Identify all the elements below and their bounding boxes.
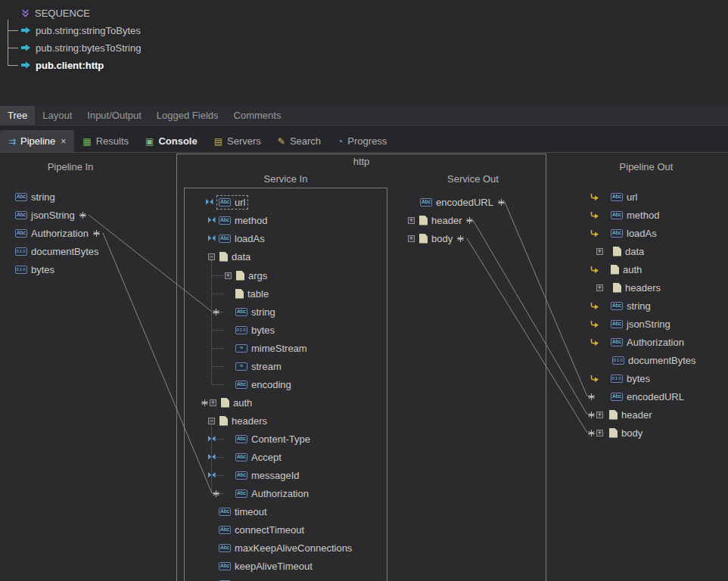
service-out-item-header[interactable]: header bbox=[408, 213, 473, 228]
tab-servers[interactable]: ▤ Servers bbox=[206, 130, 269, 152]
service-in-item-accept[interactable]: Accept bbox=[208, 449, 282, 464]
service-in-item-keepalivetimeout[interactable]: keepAliveTimeout bbox=[219, 558, 313, 573]
expand-plus-icon[interactable] bbox=[210, 399, 216, 406]
service-out-item-body[interactable]: body bbox=[408, 231, 464, 246]
service-in-item-method[interactable]: method bbox=[208, 213, 267, 228]
pipeline-in-item-authorization[interactable]: Authorization bbox=[15, 225, 100, 241]
pipeline-out-item-loadas[interactable]: loadAs bbox=[590, 225, 657, 241]
service-in-item-headers[interactable]: headers bbox=[208, 413, 267, 428]
pipeline-out-item-url[interactable]: url bbox=[590, 189, 637, 204]
service-in-item-loadas[interactable]: loadAs bbox=[208, 231, 265, 246]
tab-label: Servers bbox=[227, 135, 261, 147]
expand-plus-icon[interactable] bbox=[596, 430, 603, 437]
service-in-item-messageid[interactable]: messageId bbox=[208, 468, 300, 483]
service-in-item-string[interactable]: string bbox=[213, 304, 275, 319]
tab-input-output[interactable]: Input/Output bbox=[79, 106, 149, 125]
expand-plus-icon[interactable] bbox=[408, 235, 415, 242]
mapped-marker-icon bbox=[206, 199, 213, 205]
flow-step-bytestostring[interactable]: pub.string:bytesToString bbox=[21, 40, 141, 55]
item-label: connectTimeout bbox=[235, 524, 304, 536]
tab-console[interactable]: ▣ Console bbox=[137, 130, 206, 152]
flow-step-sequence[interactable]: SEQUENCE bbox=[21, 5, 90, 20]
service-title: http bbox=[176, 156, 546, 167]
pipeline-in-item-string[interactable]: string bbox=[15, 189, 55, 204]
bytes-icon bbox=[612, 356, 624, 365]
flow-step-http-selected[interactable]: pub.client:http bbox=[21, 57, 104, 73]
service-in-item-connecttimeout[interactable]: connectTimeout bbox=[219, 522, 304, 537]
pipeline-view: Pipeline In Pipeline Out http Service In… bbox=[0, 153, 728, 581]
expand-plus-icon[interactable] bbox=[408, 217, 415, 224]
service-out-item-encodedurl[interactable]: encodedURL bbox=[420, 194, 505, 210]
string-field-icon bbox=[15, 229, 27, 238]
tab-layout[interactable]: Layout bbox=[35, 106, 79, 125]
service-in-item-data[interactable]: data bbox=[208, 249, 250, 264]
flow-step-stringtobytes[interactable]: pub.string:stringToBytes bbox=[21, 23, 141, 38]
item-label: encodedURL bbox=[627, 391, 684, 402]
pipeline-out-item-bytes[interactable]: bytes bbox=[590, 371, 650, 386]
tab-progress[interactable]: ◔ Progress bbox=[329, 130, 395, 152]
tab-label: Input/Output bbox=[87, 110, 142, 121]
pipeline-out-item-auth[interactable]: auth bbox=[590, 262, 642, 277]
close-icon[interactable]: × bbox=[61, 136, 66, 147]
item-label: headers bbox=[625, 282, 661, 294]
document-icon bbox=[419, 234, 428, 244]
expand-plus-icon[interactable] bbox=[225, 272, 232, 279]
tab-comments[interactable]: Comments bbox=[226, 106, 289, 125]
tab-search[interactable]: ✎ Search bbox=[269, 130, 329, 152]
expand-plus-icon[interactable] bbox=[596, 412, 603, 418]
service-in-item-authorization[interactable]: Authorization bbox=[213, 486, 309, 501]
tab-logged-fields[interactable]: Logged Fields bbox=[149, 106, 226, 125]
service-in-item-args[interactable]: args bbox=[225, 268, 267, 283]
item-label: bytes bbox=[627, 373, 650, 384]
item-label: auth bbox=[233, 397, 252, 409]
invoke-service-icon bbox=[21, 61, 30, 69]
service-in-item-stream[interactable]: stream bbox=[235, 359, 282, 374]
service-in-item-timeout[interactable]: timeout bbox=[219, 504, 267, 519]
tab-label: Search bbox=[290, 135, 321, 147]
mapped-marker-icon bbox=[208, 235, 216, 241]
tree-guide-dotted bbox=[213, 275, 223, 276]
tab-label: Tree bbox=[8, 110, 27, 121]
tab-label: Progress bbox=[347, 135, 387, 147]
service-in-item-maxkeepaliveconnections[interactable]: maxKeepAliveConnections bbox=[219, 540, 352, 555]
service-in-item-bytes[interactable]: bytes bbox=[235, 322, 275, 337]
pipeline-out-item-data[interactable]: data bbox=[596, 244, 644, 259]
service-in-item-table[interactable]: table bbox=[235, 286, 269, 301]
tab-results[interactable]: ▦ Results bbox=[74, 130, 137, 152]
document-icon bbox=[236, 271, 244, 281]
expand-plus-icon[interactable] bbox=[596, 284, 603, 291]
stream-icon bbox=[235, 362, 247, 371]
pipeline-in-item-documentbytes[interactable]: documentBytes bbox=[15, 244, 99, 259]
pipeline-out-item-authorization[interactable]: Authorization bbox=[590, 334, 684, 350]
service-in-item-encoding[interactable]: encoding bbox=[235, 377, 291, 392]
tab-pipeline[interactable]: ⇉ Pipeline × bbox=[0, 130, 74, 152]
pipeline-out-item-string[interactable]: string bbox=[590, 298, 651, 313]
tab-tree[interactable]: Tree bbox=[0, 106, 35, 125]
service-in-item-mimestream[interactable]: mimeStream bbox=[235, 340, 307, 356]
service-in-item-partial[interactable] bbox=[219, 576, 235, 581]
pipeline-out-item-body[interactable]: body bbox=[588, 425, 642, 440]
expand-plus-icon[interactable] bbox=[596, 248, 603, 255]
string-field-icon bbox=[611, 302, 623, 310]
pipeline-out-item-header[interactable]: header bbox=[588, 407, 652, 422]
document-icon bbox=[419, 216, 428, 225]
document-icon bbox=[613, 283, 621, 293]
collapse-minus-icon[interactable] bbox=[208, 418, 215, 424]
pipeline-out-item-documentbytes[interactable]: documentBytes bbox=[612, 353, 696, 368]
pipeline-out-item-encodedurl[interactable]: encodedURL bbox=[588, 389, 684, 404]
pipeline-out-item-headers[interactable]: headers bbox=[596, 280, 661, 295]
pipeline-in-item-bytes[interactable]: bytes bbox=[15, 262, 54, 277]
service-in-item-auth[interactable]: auth bbox=[201, 395, 252, 410]
tree-guide-dotted bbox=[211, 260, 212, 384]
service-in-item-url[interactable]: url bbox=[206, 194, 248, 210]
link-marker-icon bbox=[457, 235, 464, 242]
bytes-icon bbox=[235, 326, 247, 334]
pipeline-out-item-method[interactable]: method bbox=[590, 207, 659, 222]
service-in-item-content-type[interactable]: Content-Type bbox=[208, 431, 310, 446]
collapse-minus-icon[interactable] bbox=[208, 253, 215, 260]
item-label: table bbox=[247, 288, 269, 300]
link-marker-icon bbox=[213, 490, 219, 497]
item-label: mimeStream bbox=[251, 343, 307, 354]
pipeline-in-item-jsonstring[interactable]: jsonString bbox=[15, 207, 86, 222]
pipeline-out-item-jsonstring[interactable]: jsonString bbox=[590, 316, 670, 331]
